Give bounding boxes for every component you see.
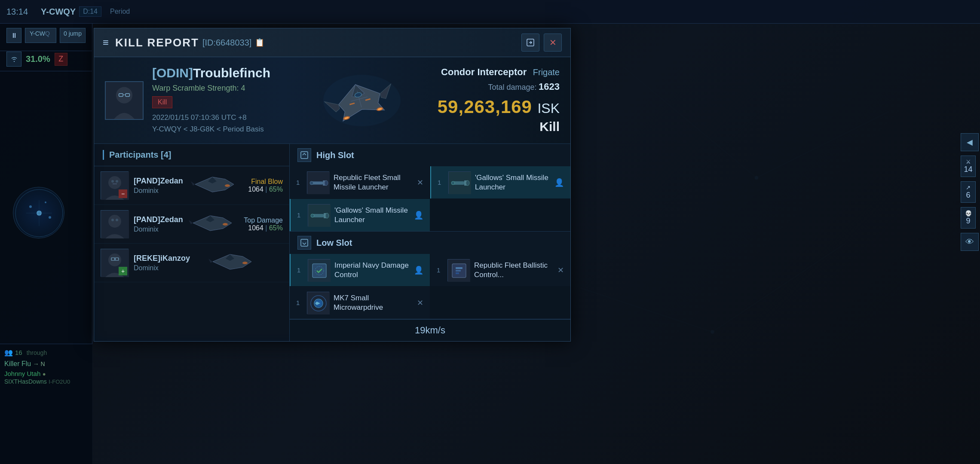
chat-line2: Johnny Utah ● SIXTHasDowns I-FO2U0 (4, 370, 88, 385)
kills-badge: ⚔ 14 (961, 156, 976, 177)
pilot-avatar: − (105, 81, 144, 120)
svg-point-57 (310, 181, 313, 185)
participant-item[interactable]: − [PAND]Zedan Dominix (94, 166, 289, 205)
high-slot-items: 1 (290, 166, 570, 231)
top-bar: 13:14 Y-CWQY D:14 Period (0, 0, 980, 24)
low-slot-section: Low Slot 1 (290, 232, 570, 319)
participant-avatar-3: + (101, 249, 129, 277)
fit-item-high-3[interactable]: 1 'Gallows' Small Missile L (290, 199, 430, 231)
item-close-low-2[interactable]: ✕ (557, 266, 564, 275)
svg-point-52 (242, 262, 248, 264)
damage-value: 1623 (539, 81, 560, 92)
speed-bar: 19km/s (290, 319, 570, 341)
item-name-high-1: Republic Fleet Small Missile Launcher (334, 173, 413, 192)
participant-avatar-2 (101, 210, 129, 238)
pilot-name: [ODIN]Troublefinch (152, 66, 286, 80)
ship-visual (295, 66, 429, 135)
kill-location: Y-CWQY < J8-G8K < Period Basis (152, 123, 286, 135)
participant-stats-1: Final Blow 1064 | 65% (248, 178, 283, 193)
kill-badge: Kill (152, 96, 172, 108)
participant-info-3: [REKE]iKanzoy Dominix (134, 254, 203, 272)
high-slot-header: High Slot (290, 144, 570, 166)
low-slot-label: Low Slot (316, 238, 352, 248)
svg-rect-77 (456, 267, 462, 269)
participant-damage-pct-2: 1064 | 65% (244, 224, 283, 232)
svg-point-40 (116, 180, 118, 183)
participant-ship-img-3 (208, 250, 278, 275)
eye-icon-btn[interactable]: 👁 (961, 233, 979, 251)
item-name-high-2: 'Gallows' Small Missile Launcher (475, 173, 550, 192)
damage-label: Total damage: (488, 83, 537, 92)
game-time: 13:14 (6, 7, 28, 17)
fit-item-low-3[interactable]: 1 MK7 Sm (290, 287, 430, 319)
participants-title: Participants [4] (103, 150, 171, 160)
isk-currency: ISK (537, 101, 560, 116)
condor-ship-svg (315, 66, 409, 135)
avatar-image (106, 82, 143, 119)
player-status: 31.0% Z (0, 47, 92, 71)
date-location: 2022/01/15 07:10:36 UTC +8 Y-CWQY < J8-G… (152, 112, 286, 135)
svg-point-47 (223, 223, 228, 226)
item-name-low-2: Republic Fleet Ballistic Control... (474, 261, 553, 280)
collapse-left-btn[interactable]: ◀ (961, 133, 979, 151)
speed-value: 19km/s (415, 325, 445, 336)
item-name-low-3: MK7 Small Microwarpdrive (334, 293, 413, 312)
low-slot-items: 1 Imperial Navy Damage Cont (290, 254, 570, 319)
export-button[interactable] (521, 34, 539, 52)
kill-report-id: [ID:6648033] (202, 38, 252, 48)
system-display: Y-CWQ (25, 28, 56, 43)
item-icon-high-1 (307, 171, 329, 194)
participants-header: Participants [4] (94, 144, 289, 166)
fit-item-high-1[interactable]: 1 (290, 166, 430, 198)
item-name-low-1: Imperial Navy Damage Control (334, 261, 410, 280)
svg-point-63 (451, 181, 455, 185)
participant-name-1: [PAND]Zedan (134, 177, 186, 186)
svg-rect-73 (312, 264, 326, 278)
chat-icon: 👥 (4, 348, 13, 357)
chat-line1: Killer Flu → N (4, 360, 88, 368)
damage-info: Total damage: 1623 (438, 81, 560, 92)
header-actions: ✕ (521, 34, 562, 52)
item-person-low-1: 👤 (414, 266, 423, 275)
item-name-high-3: 'Gallows' Small Missile Launcher (334, 206, 410, 225)
pause-button[interactable]: ⏸ (6, 28, 21, 43)
fit-item-high-2[interactable]: 1 'Gallo (430, 166, 570, 198)
svg-point-45 (111, 219, 114, 221)
item-icon-low-3 (307, 292, 329, 314)
svg-point-19 (45, 201, 46, 203)
participant-ship-3: Dominix (134, 264, 203, 272)
red-indicator[interactable]: Z (55, 53, 67, 66)
item-num-low-1: 1 (297, 266, 303, 274)
kill-date: 2022/01/15 07:10:36 UTC +8 (152, 112, 286, 123)
warp-strength: Warp Scramble Strength: 4 (152, 84, 286, 93)
participant-item-2[interactable]: [PAND]Zedan Dominix To (94, 205, 289, 244)
item-num-low-3: 1 (296, 299, 303, 306)
kill-report-title: KILL REPORT (115, 36, 199, 49)
participant-item-3[interactable]: + [REKE]iKanzoy Dominix (94, 244, 289, 282)
isk-amount: 59,263,169 (438, 97, 532, 117)
system-name[interactable]: Y-CWQY (41, 7, 76, 17)
item-close-1[interactable]: ✕ (417, 178, 423, 187)
participant-info-2: [PAND]Zedan Dominix (134, 215, 184, 233)
participant-ship-1: Dominix (134, 187, 186, 195)
item-person-2: 👤 (554, 178, 564, 187)
close-button[interactable]: ✕ (544, 34, 562, 52)
system-tag: D:14 (79, 6, 101, 17)
kill-report-banner: − [ODIN]Troublefinch Warp Scramble Stren… (94, 57, 570, 144)
menu-icon[interactable]: ≡ (103, 37, 109, 49)
fit-item-low-2[interactable]: 1 Republic Fleet Ballistic (430, 254, 570, 286)
participant-damage-pct-1: 1064 | 65% (248, 186, 283, 193)
kill-report-header: ≡ KILL REPORT [ID:6648033] 📋 ✕ (94, 28, 570, 57)
chat-count: 16 (15, 349, 22, 356)
svg-rect-53 (301, 152, 308, 159)
pilot-callsign: Troublefinch (193, 66, 270, 80)
participant-info-1: [PAND]Zedan Dominix (134, 177, 186, 195)
fit-item-low-1[interactable]: 1 Imperial Navy Damage Cont (290, 254, 430, 286)
copy-icon[interactable]: 📋 (255, 38, 264, 47)
participants-list: − [PAND]Zedan Dominix (94, 166, 289, 282)
participants-panel: Participants [4] (94, 144, 290, 341)
high-slot-icon (297, 148, 311, 162)
region-name: Period (110, 8, 130, 15)
kill-type-label: Kill (438, 119, 560, 134)
item-close-low-3[interactable]: ✕ (417, 298, 423, 308)
